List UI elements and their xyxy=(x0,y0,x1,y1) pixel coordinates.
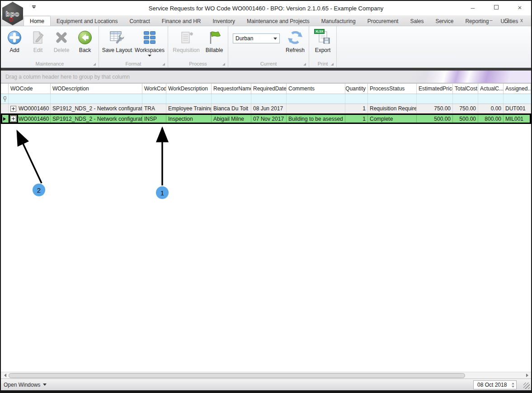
column-header-requireddate[interactable]: RequiredDate xyxy=(251,84,287,94)
minimize-icon: – xyxy=(471,4,475,11)
open-windows-label: Open Windows xyxy=(4,382,40,388)
cell-requestorname: Abigail Milne xyxy=(212,114,251,124)
app-window: Service Requests for WO Code WO0001460 -… xyxy=(0,0,532,393)
cell-workcode: INSP xyxy=(142,114,166,124)
dialog-launcher-icon[interactable] xyxy=(303,63,306,66)
save-layout-button[interactable]: Save Layout xyxy=(101,27,133,53)
column-header-wodescription[interactable]: WODescription xyxy=(51,84,142,94)
resize-grip[interactable] xyxy=(523,383,530,389)
header-indicator xyxy=(1,84,9,94)
filter-cell[interactable] xyxy=(142,94,166,104)
tab-finance-and-hr[interactable]: Finance and HR xyxy=(156,16,207,26)
dialog-launcher-icon[interactable] xyxy=(222,63,225,66)
mdi-restore-button[interactable] xyxy=(503,17,509,24)
cell-wocode: WO0001460 xyxy=(19,116,49,122)
tab-sales[interactable]: Sales xyxy=(404,16,429,26)
column-header-comments[interactable]: Comments xyxy=(287,84,345,94)
filter-cell[interactable] xyxy=(212,94,251,104)
horizontal-scrollbar[interactable] xyxy=(1,372,531,379)
column-header-wocode[interactable]: WOCode xyxy=(9,84,51,94)
refresh-button[interactable]: Refresh xyxy=(283,27,307,53)
add-button[interactable]: Add xyxy=(3,27,26,53)
cell-estimatedprice: 750.00 xyxy=(417,104,453,113)
back-button-label: Back xyxy=(79,47,91,53)
column-header-actualcost[interactable]: ActualC... xyxy=(478,84,504,94)
column-header-assigned[interactable]: Assigned... xyxy=(504,84,531,94)
bpo-logo-text: bpo xyxy=(6,10,20,18)
expand-row-button-highlighted[interactable] xyxy=(10,116,16,122)
column-header-processstatus[interactable]: ProcessStatus xyxy=(368,84,417,94)
billable-button-label: Billable xyxy=(206,47,223,53)
scroll-right-button[interactable] xyxy=(524,373,530,378)
dialog-launcher-icon[interactable] xyxy=(93,63,96,66)
tab-contract[interactable]: Contract xyxy=(123,16,155,26)
filter-cell[interactable] xyxy=(417,94,453,104)
edit-icon xyxy=(30,29,46,46)
filter-cell[interactable] xyxy=(453,94,478,104)
workspaces-dropdown-icon xyxy=(148,55,151,57)
table-row-training[interactable]: WO0001460 SP1912_NDS_2 - Network configu… xyxy=(1,104,531,114)
minimize-button[interactable]: – xyxy=(467,3,479,12)
current-site-select[interactable]: Durban xyxy=(233,33,280,43)
tab-service[interactable]: Service xyxy=(429,16,459,26)
open-windows-dropdown-icon xyxy=(43,384,47,386)
close-button[interactable]: × xyxy=(514,3,526,12)
dialog-launcher-icon[interactable] xyxy=(331,63,334,66)
filter-cell[interactable] xyxy=(504,94,531,104)
export-button[interactable]: XLSX Export xyxy=(311,27,334,53)
filter-cell[interactable] xyxy=(287,94,345,104)
back-button[interactable]: Back xyxy=(73,27,97,53)
expand-row-button[interactable] xyxy=(10,106,16,112)
tab-maintenance-and-projects[interactable]: Maintenance and Projects xyxy=(241,16,315,26)
column-header-requestorname[interactable]: RequestorName xyxy=(212,84,251,94)
mdi-close-button[interactable]: x xyxy=(518,17,525,24)
cell-actualcost: 800.00 xyxy=(478,114,504,124)
column-header-workdescription[interactable]: WorkDescription xyxy=(166,84,212,94)
open-windows-menu[interactable]: Open Windows xyxy=(4,382,47,388)
edit-button-label: Edit xyxy=(33,47,43,53)
scrollbar-track[interactable] xyxy=(8,373,524,378)
filter-cell[interactable] xyxy=(166,94,212,104)
tab-inventory[interactable]: Inventory xyxy=(207,16,241,26)
requisition-icon xyxy=(179,29,194,46)
group-by-panel[interactable]: Drag a column header here to group by th… xyxy=(1,71,531,83)
edit-button[interactable]: Edit xyxy=(26,27,50,53)
scroll-left-button[interactable] xyxy=(2,373,8,378)
tab-equipment-and-locations[interactable]: Equipment and Locations xyxy=(51,16,123,26)
filter-cell[interactable] xyxy=(478,94,504,104)
date-spinner[interactable] xyxy=(510,383,516,388)
cell-processstatus: Complete xyxy=(368,114,417,124)
billable-button[interactable]: Billable xyxy=(202,27,226,53)
column-header-workcode[interactable]: WorkCode xyxy=(142,84,166,94)
filter-cell[interactable] xyxy=(251,94,287,104)
requisition-button[interactable]: Requisition xyxy=(170,27,202,53)
scrollbar-thumb[interactable] xyxy=(9,373,465,378)
maximize-button[interactable] xyxy=(490,3,502,12)
column-header-quantity[interactable]: Quantity xyxy=(345,84,368,94)
workspaces-button[interactable]: Workspaces xyxy=(133,27,166,57)
tab-home[interactable]: Home xyxy=(24,16,51,26)
filter-cell[interactable] xyxy=(9,94,51,104)
cell-processstatus: Requisition Required xyxy=(368,104,417,113)
combo-dropdown-icon xyxy=(273,38,277,40)
tab-manufacturing[interactable]: Manufacturing xyxy=(315,16,362,26)
table-row-inspection-selected[interactable]: WO0001460 SP1912_NDS_2 - Network configu… xyxy=(1,114,531,124)
column-header-totalcost[interactable]: TotalCost xyxy=(453,84,478,94)
filter-cell[interactable] xyxy=(345,94,368,104)
filter-cell[interactable] xyxy=(368,94,417,104)
mdi-minimize-button[interactable]: – xyxy=(488,17,494,24)
cell-totalcost: 500.00 xyxy=(453,114,478,124)
column-header-estimatedprice[interactable]: EstimatedPrice xyxy=(417,84,453,94)
scroll-right-icon xyxy=(526,374,528,377)
row-indicator-cell xyxy=(1,104,9,113)
filter-cell[interactable] xyxy=(51,94,142,104)
dialog-launcher-icon[interactable] xyxy=(162,63,165,66)
cell-comments xyxy=(287,104,345,113)
add-button-label: Add xyxy=(9,47,19,53)
tab-procurement[interactable]: Procurement xyxy=(362,16,405,26)
row-indicator-cell xyxy=(1,114,9,124)
maximize-icon xyxy=(494,5,499,9)
delete-button[interactable]: Delete xyxy=(50,27,73,53)
date-picker[interactable]: 08 Oct 2018 xyxy=(473,380,517,389)
ribbon: Add Edit Delete xyxy=(1,26,531,68)
